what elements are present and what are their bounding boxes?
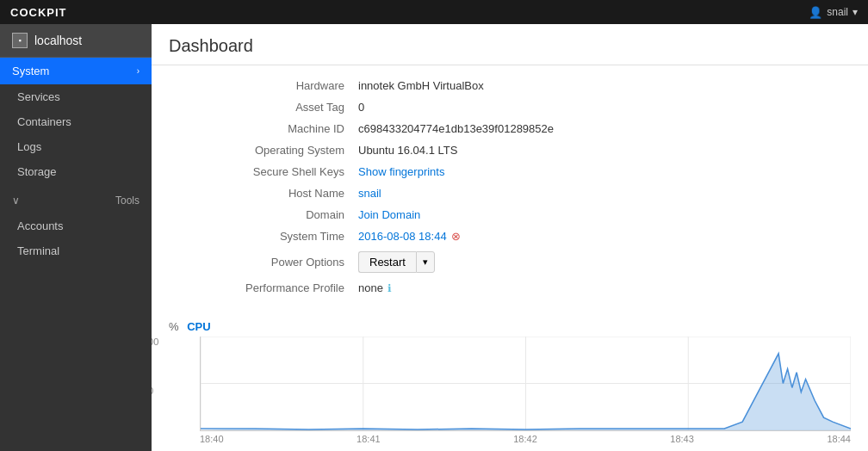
x-label-1844: 18:44 [827, 434, 851, 444]
ssh-label: Secure Shell Keys [169, 165, 358, 178]
page-title: Dashboard [152, 24, 868, 65]
sidebar-item-services-label: Services [17, 90, 60, 103]
y-label-50: 50 [152, 386, 158, 396]
sidebar-item-terminal[interactable]: Terminal [0, 238, 152, 263]
sidebar-item-system[interactable]: System › [0, 58, 152, 84]
sidebar-item-accounts[interactable]: Accounts [0, 213, 152, 238]
domain-row: Domain Join Domain [169, 208, 851, 221]
sidebar-item-storage-label: Storage [17, 165, 57, 178]
hardware-row: Hardware innotek GmbH VirtualBox [169, 79, 851, 92]
os-row: Operating System Ubuntu 16.04.1 LTS [169, 144, 851, 157]
x-label-1840: 18:40 [200, 434, 224, 444]
system-time-value: 2016-08-08 18:44 ⊗ [358, 230, 461, 243]
chart-svg [201, 337, 851, 430]
main-layout: ▪ localhost System › Services Containers… [0, 24, 868, 451]
y-label-100: 100 [152, 337, 158, 347]
performance-label: Performance Profile [169, 281, 358, 294]
sidebar-item-terminal-label: Terminal [17, 244, 59, 257]
sidebar-item-system-label: System [12, 65, 49, 77]
hostname-row: Host Name snail [169, 187, 851, 200]
machine-id-label: Machine ID [169, 122, 358, 135]
user-icon: 👤 [809, 6, 822, 19]
performance-row: Performance Profile none ℹ [169, 281, 851, 294]
ssh-row: Secure Shell Keys Show fingerprints [169, 165, 851, 178]
y-axis-labels: 100 50 0 [152, 337, 158, 444]
hostname-label: Host Name [169, 187, 358, 200]
system-time-link[interactable]: 2016-08-08 18:44 [358, 230, 447, 243]
cpu-label: CPU [187, 320, 210, 333]
chart-wrapper: 100 50 0 [169, 337, 851, 444]
tools-label: Tools [115, 195, 140, 207]
sidebar-item-storage[interactable]: Storage [0, 159, 152, 184]
os-label: Operating System [169, 144, 358, 157]
domain-label: Domain [169, 208, 358, 221]
x-label-1842: 18:42 [513, 434, 537, 444]
sidebar-item-services[interactable]: Services [0, 84, 152, 109]
machine-id-row: Machine ID c698433204774e1db13e39f012898… [169, 122, 851, 135]
hostname-value: snail [358, 187, 381, 200]
app-title: COCKPIT [10, 6, 67, 19]
topbar: COCKPIT 👤 snail ▾ [0, 0, 868, 24]
asset-tag-label: Asset Tag [169, 101, 358, 114]
machine-id-value: c698433204774e1db13e39f01289852e [358, 122, 554, 135]
cpu-chart-section: % CPU 100 50 0 [152, 312, 868, 451]
system-time-label: System Time [169, 230, 358, 243]
power-options-group: Restart ▾ [358, 251, 435, 273]
info-icon[interactable]: ℹ [388, 282, 392, 294]
restart-button[interactable]: Restart [358, 251, 416, 273]
server-header[interactable]: ▪ localhost [0, 24, 152, 58]
asset-tag-row: Asset Tag 0 [169, 101, 851, 114]
domain-value: Join Domain [358, 208, 420, 221]
sidebar-item-containers-label: Containers [17, 115, 71, 128]
asset-tag-value: 0 [358, 101, 364, 114]
system-time-row: System Time 2016-08-08 18:44 ⊗ [169, 230, 851, 243]
os-value: Ubuntu 16.04.1 LTS [358, 144, 457, 157]
warning-icon: ⊗ [451, 230, 461, 243]
chevron-down-icon: ∨ [12, 195, 20, 207]
hostname-link[interactable]: snail [358, 187, 381, 200]
x-axis-labels: 18:40 18:41 18:42 18:43 18:44 [200, 431, 851, 444]
x-label-1843: 18:43 [670, 434, 694, 444]
performance-value: none ℹ [358, 281, 392, 294]
chevron-right-icon: › [137, 66, 140, 76]
sidebar-item-logs-label: Logs [17, 140, 41, 153]
system-info: Hardware innotek GmbH VirtualBox Asset T… [152, 65, 868, 312]
show-fingerprints-link[interactable]: Show fingerprints [358, 165, 444, 178]
sidebar-item-accounts-label: Accounts [17, 219, 63, 232]
percent-label: % [169, 320, 179, 333]
ssh-value: Show fingerprints [358, 165, 444, 178]
power-dropdown-button[interactable]: ▾ [416, 251, 435, 273]
username-label: snail [827, 6, 848, 18]
join-domain-link[interactable]: Join Domain [358, 208, 420, 221]
hardware-value: innotek GmbH VirtualBox [358, 79, 484, 92]
sidebar-item-containers[interactable]: Containers [0, 109, 152, 134]
hardware-label: Hardware [169, 79, 358, 92]
performance-value-text: none [358, 281, 383, 294]
power-options-row: Power Options Restart ▾ [169, 251, 851, 273]
chart-header: % CPU [169, 320, 851, 333]
tools-section-header: ∨ Tools [0, 184, 152, 213]
user-menu[interactable]: 👤 snail ▾ [809, 6, 858, 19]
power-options-label: Power Options [169, 256, 358, 269]
x-label-1841: 18:41 [356, 434, 381, 444]
user-chevron-icon: ▾ [852, 6, 858, 18]
sidebar: ▪ localhost System › Services Containers… [0, 24, 152, 451]
power-options-value: Restart ▾ [358, 251, 435, 273]
y-label-0: 0 [152, 434, 158, 444]
content-area: Dashboard Hardware innotek GmbH VirtualB… [152, 24, 868, 451]
server-name: localhost [34, 34, 82, 47]
cpu-chart [200, 337, 851, 431]
server-icon: ▪ [12, 33, 28, 48]
sidebar-item-logs[interactable]: Logs [0, 134, 152, 159]
